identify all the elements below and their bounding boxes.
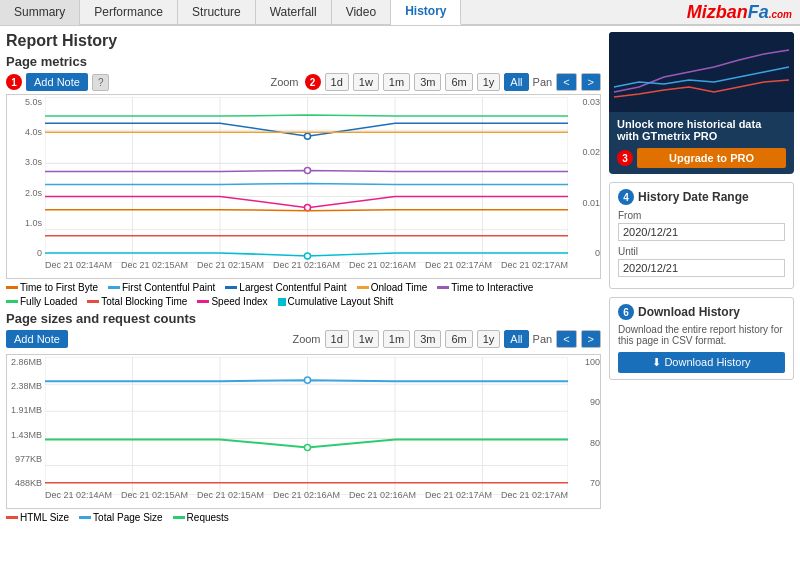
chart2-legend: HTML Size Total Page Size Requests: [6, 512, 601, 523]
zoom-6m-2[interactable]: 6m: [445, 330, 472, 348]
zoom-1y-2[interactable]: 1y: [477, 330, 501, 348]
chart2-svg: [45, 357, 568, 495]
legend-color-cls: [278, 298, 286, 306]
chart1-toolbar: 1 Add Note ? Zoom 2 1d 1w 1m 3m 6m 1y Al…: [6, 73, 601, 91]
download-button[interactable]: ⬇ Download History: [618, 352, 785, 373]
zoom-3m-2[interactable]: 3m: [414, 330, 441, 348]
zoom-1m-1[interactable]: 1m: [383, 73, 410, 91]
legend-color-tbt: [87, 300, 99, 303]
upgrade-button[interactable]: Upgrade to PRO: [637, 148, 786, 168]
pan-prev-2[interactable]: <: [556, 330, 576, 348]
legend-color-lcp: [225, 286, 237, 289]
tab-video[interactable]: Video: [332, 0, 391, 25]
legend-cls: Cumulative Layout Shift: [278, 296, 394, 307]
tab-summary[interactable]: Summary: [0, 0, 80, 25]
site-logo: MizbanFa.com: [687, 2, 800, 23]
zoom-all-1[interactable]: All: [504, 73, 528, 91]
pan-prev-1[interactable]: <: [556, 73, 576, 91]
zoom-1d-1[interactable]: 1d: [325, 73, 349, 91]
zoom-all-2[interactable]: All: [504, 330, 528, 348]
svg-point-30: [304, 377, 310, 383]
legend-color-requests: [173, 516, 185, 519]
promo-text: Unlock more historical data with GTmetri…: [609, 112, 794, 174]
from-group: From: [618, 210, 785, 241]
legend-tbt: Total Blocking Time: [87, 296, 187, 307]
svg-point-14: [304, 167, 310, 173]
until-group: Until: [618, 246, 785, 277]
badge-2: 2: [305, 74, 321, 90]
svg-point-31: [304, 444, 310, 450]
main-content: Report History Page metrics 1 Add Note ?…: [0, 26, 800, 575]
chart2-inner: 2.86MB 2.38MB 1.91MB 1.43MB 977KB 488KB …: [7, 355, 600, 508]
badge-1: 1: [6, 74, 22, 90]
pan-next-1[interactable]: >: [581, 73, 601, 91]
chart2-x-axis: Dec 21 02:14AM Dec 21 02:15AM Dec 21 02:…: [45, 490, 568, 508]
zoom-1m-2[interactable]: 1m: [383, 330, 410, 348]
legend-fl: Fully Loaded: [6, 296, 77, 307]
download-desc: Download the entire report history for t…: [618, 324, 785, 346]
zoom-1d-2[interactable]: 1d: [325, 330, 349, 348]
chart1: 5.0s 4.0s 3.0s 2.0s 1.0s 0 0.03 0.02 0.0…: [6, 94, 601, 279]
chart2-y-left: 2.86MB 2.38MB 1.91MB 1.43MB 977KB 488KB: [7, 355, 45, 490]
badge-4: 4: [618, 189, 634, 205]
svg-point-16: [304, 253, 310, 259]
legend-color-ttfb: [6, 286, 18, 289]
promo-upgrade-row: 3 Upgrade to PRO: [617, 148, 786, 168]
zoom-label-2: Zoom: [292, 333, 320, 345]
svg-point-13: [304, 133, 310, 139]
legend-color-html: [6, 516, 18, 519]
chart2-y-right: 100 90 80 70: [568, 355, 600, 490]
legend-color-fl: [6, 300, 18, 303]
legend-color-onload: [357, 286, 369, 289]
until-label: Until: [618, 246, 785, 257]
zoom-1w-1[interactable]: 1w: [353, 73, 379, 91]
help-button-1[interactable]: ?: [92, 74, 110, 91]
zoom-1y-1[interactable]: 1y: [477, 73, 501, 91]
zoom-1w-2[interactable]: 1w: [353, 330, 379, 348]
section1-title: Page metrics: [6, 54, 601, 69]
legend-color-total: [79, 516, 91, 519]
zoom-3m-1[interactable]: 3m: [414, 73, 441, 91]
badge-6: 6: [618, 304, 634, 320]
pan-label-2: Pan: [533, 333, 553, 345]
until-input[interactable]: [618, 259, 785, 277]
zoom-6m-1[interactable]: 6m: [445, 73, 472, 91]
left-panel: Report History Page metrics 1 Add Note ?…: [6, 32, 601, 575]
promo-chart: [609, 32, 794, 112]
legend-onload: Onload Time: [357, 282, 428, 293]
date-range-title: 4 History Date Range: [618, 189, 785, 205]
pan-next-2[interactable]: >: [581, 330, 601, 348]
zoom-label-1: Zoom: [270, 76, 298, 88]
pan-label-1: Pan: [533, 76, 553, 88]
chart1-y-right: 0.03 0.02 0.01 0: [568, 95, 600, 260]
legend-color-fcp: [108, 286, 120, 289]
badge-3: 3: [617, 150, 633, 166]
legend-ttfb: Time to First Byte: [6, 282, 98, 293]
add-note-button-1[interactable]: Add Note: [26, 73, 88, 91]
chart1-svg: [45, 97, 568, 263]
tab-structure[interactable]: Structure: [178, 0, 256, 25]
page-title: Report History: [6, 32, 601, 50]
from-input[interactable]: [618, 223, 785, 241]
chart1-legend: Time to First Byte First Contentful Pain…: [6, 282, 601, 307]
legend-lcp: Largest Contentful Paint: [225, 282, 346, 293]
add-note-button-2[interactable]: Add Note: [6, 330, 68, 348]
chart2: 2.86MB 2.38MB 1.91MB 1.43MB 977KB 488KB …: [6, 354, 601, 509]
legend-color-si: [197, 300, 209, 303]
date-range-box: 4 History Date Range From Until: [609, 182, 794, 289]
right-panel: Unlock more historical data with GTmetri…: [609, 32, 794, 575]
download-title: 6 Download History: [618, 304, 785, 320]
legend-color-tti: [437, 286, 449, 289]
chart1-y-left: 5.0s 4.0s 3.0s 2.0s 1.0s 0: [7, 95, 45, 260]
tab-history[interactable]: History: [391, 0, 461, 25]
tab-performance[interactable]: Performance: [80, 0, 178, 25]
chart1-inner: 5.0s 4.0s 3.0s 2.0s 1.0s 0 0.03 0.02 0.0…: [7, 95, 600, 278]
promo-chart-svg: [609, 32, 794, 112]
tab-waterfall[interactable]: Waterfall: [256, 0, 332, 25]
legend-tti: Time to Interactive: [437, 282, 533, 293]
promo-title: Unlock more historical data with GTmetri…: [617, 118, 786, 142]
legend-requests: Requests: [173, 512, 229, 523]
legend-fcp: First Contentful Paint: [108, 282, 215, 293]
nav-tabs: Summary Performance Structure Waterfall …: [0, 0, 800, 26]
section2-title: Page sizes and request counts: [6, 311, 601, 326]
